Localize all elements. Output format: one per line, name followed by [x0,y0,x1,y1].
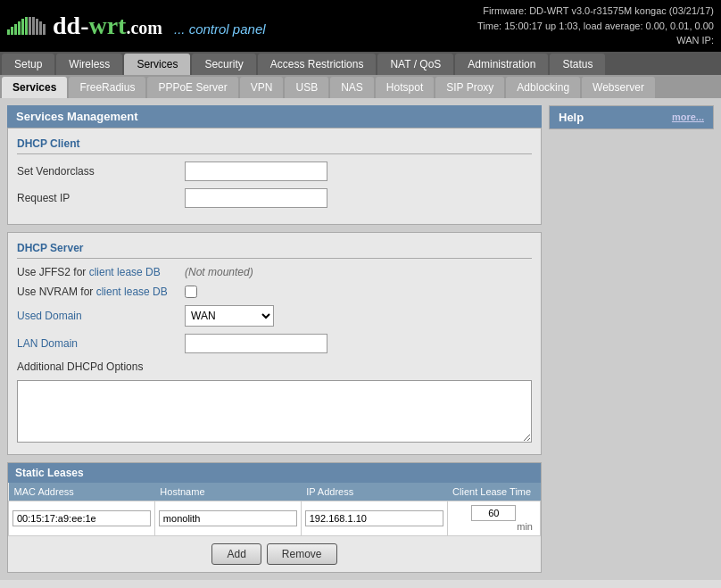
nav2-item-sip-proxy[interactable]: SIP Proxy [435,77,504,98]
dhcpd-options-textarea[interactable] [17,380,532,443]
seg11 [43,24,46,35]
dhcp-client-section: DHCP Client Set Vendorclass Request IP [7,128,542,225]
nav2-item-adblocking[interactable]: Adblocking [506,77,580,98]
used-domain-label: Used Domain [17,310,178,322]
lease-time-input[interactable] [471,505,516,521]
hostname-input[interactable] [159,510,297,526]
lan-domain-label: LAN Domain [17,337,178,350]
jffs2-link[interactable]: client lease DB [89,266,161,278]
nav2-item-hotspot[interactable]: Hotspot [376,77,434,98]
help-title: Help [559,111,584,124]
nav2-item-pppoe-server[interactable]: PPPoE Server [147,77,237,98]
seg10 [39,21,42,35]
table-row: min [9,501,541,535]
nvram-row: Use NVRAM for client lease DB [17,286,532,298]
nav2-item-services[interactable]: Services [2,77,67,98]
seg5 [21,19,24,35]
nav2-item-vpn[interactable]: VPN [240,77,284,98]
seg4 [18,21,21,35]
lan-domain-input[interactable] [185,334,327,353]
jffs2-label: Use JFFS2 for client lease DB [17,266,178,278]
logo-dd: dd- [53,12,88,39]
nav1-item-access-restrictions[interactable]: Access Restrictions [258,54,377,75]
seg8 [32,17,35,35]
nav1-item-nat-/-qos[interactable]: NAT / QoS [377,54,453,75]
dhcpd-options-row: Additional DHCPd Options [17,360,532,445]
nvram-label: Use NVRAM for client lease DB [17,286,178,298]
used-domain-row: Used Domain WAN LAN Custom [17,305,532,327]
logo-area: dd-wrt.com ... control panel [7,12,266,40]
jffs2-note: (Not mounted) [185,266,253,278]
seg3 [14,24,17,35]
nav1-item-security[interactable]: Security [192,54,255,75]
vendorclass-row: Set Vendorclass [17,161,532,181]
leases-table-header-row: MAC Address Hostname IP Address Client L… [9,483,541,501]
nav1-item-setup[interactable]: Setup [2,54,54,75]
section-header: Services Management [7,105,542,128]
header: dd-wrt.com ... control panel Firmware: D… [0,0,721,52]
seg6 [25,17,28,35]
help-box: Help more... [549,105,714,129]
logo-wrt: wrt [88,12,126,39]
leases-table: MAC Address Hostname IP Address Client L… [8,483,541,536]
remove-button[interactable]: Remove [267,543,337,565]
time-info: Time: 15:00:17 up 1:03, load average: 0.… [477,19,714,34]
dhcp-server-section: DHCP Server Use JFFS2 for client lease D… [7,232,542,455]
help-more-link[interactable]: more... [672,112,704,122]
header-info: Firmware: DD-WRT v3.0-r31575M kongac (03… [477,4,714,48]
seg7 [29,17,31,35]
left-panel: Services Management DHCP Client Set Vend… [7,105,542,573]
dhcp-client-title: DHCP Client [17,137,532,154]
static-leases-header: Static Leases [8,463,541,483]
right-panel: Help more... [549,105,714,573]
col-hostname: Hostname [154,483,301,501]
help-header: Help more... [550,106,713,128]
main-content: Services Management DHCP Client Set Vend… [0,98,721,580]
seg1 [7,29,10,35]
request-ip-row: Request IP [17,188,532,208]
col-ip: IP Address [301,483,447,501]
nav2-item-nas[interactable]: NAS [330,77,374,98]
secondary-nav: ServicesFreeRadiusPPPoE ServerVPNUSBNASH… [0,75,721,98]
segment-bars [7,17,46,35]
logo-subtitle: ... control panel [174,21,266,37]
nav2-item-usb[interactable]: USB [285,77,328,98]
col-mac: MAC Address [9,483,155,501]
dhcp-server-title: DHCP Server [17,242,532,259]
firmware-info: Firmware: DD-WRT v3.0-r31575M kongac (03… [477,4,714,19]
logo-com: .com [126,18,162,37]
logo: dd-wrt.com ... control panel [53,12,266,40]
jffs2-row: Use JFFS2 for client lease DB (Not mount… [17,266,532,278]
logo-text: dd-wrt.com [53,12,169,39]
request-ip-input[interactable] [185,188,327,208]
col-lease-time: Client Lease Time [447,483,540,501]
vendorclass-input[interactable] [185,161,327,181]
lan-domain-row: LAN Domain [17,334,532,353]
primary-nav: SetupWirelessServicesSecurityAccess Rest… [0,52,721,75]
dhcpd-options-label: Additional DHCPd Options [17,360,178,373]
seg9 [36,19,38,35]
mac-input[interactable] [12,510,151,526]
request-ip-label: Request IP [17,192,178,204]
used-domain-select[interactable]: WAN LAN Custom [185,305,274,327]
nav1-item-services[interactable]: Services [124,54,190,75]
nav2-item-freeradius[interactable]: FreeRadius [69,77,145,98]
nav2-item-webserver[interactable]: Webserver [582,77,655,98]
lan-domain-link[interactable]: LAN Domain [17,337,78,350]
seg2 [11,27,13,35]
leases-btn-row: Add Remove [8,536,541,572]
ip-input[interactable] [305,510,443,526]
add-button[interactable]: Add [211,543,261,565]
nvram-link[interactable]: client lease DB [96,286,168,298]
wan-ip-info: WAN IP: [477,33,714,48]
min-label: min [452,521,536,532]
used-domain-link[interactable]: Used Domain [17,310,82,322]
nvram-checkbox[interactable] [185,286,197,298]
static-leases-section: Static Leases MAC Address Hostname IP Ad… [7,462,542,573]
nav1-item-wireless[interactable]: Wireless [56,54,122,75]
vendorclass-label: Set Vendorclass [17,165,178,178]
nav1-item-status[interactable]: Status [550,54,605,75]
nav1-item-administration[interactable]: Administration [455,54,548,75]
